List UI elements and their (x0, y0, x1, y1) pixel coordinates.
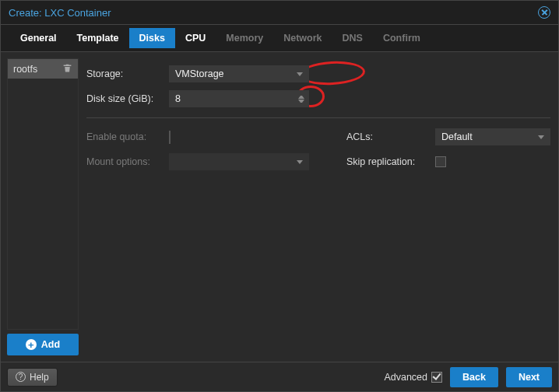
divider (86, 117, 550, 118)
advanced-label: Advanced (384, 372, 427, 383)
back-button[interactable]: Back (450, 367, 498, 387)
skip-replication-checkbox[interactable] (435, 156, 446, 167)
chevron-down-icon (297, 72, 303, 76)
tab-dns: DNS (332, 28, 373, 48)
next-button[interactable]: Next (506, 367, 552, 387)
enable-quota-label: Enable quota: (86, 131, 161, 142)
acls-value: Default (441, 131, 473, 142)
plus-icon: + (26, 339, 37, 350)
disk-list: rootfs (7, 58, 79, 330)
acls-select[interactable]: Default (435, 128, 550, 145)
acls-label: ACLs: (346, 131, 427, 142)
tab-cpu[interactable]: CPU (175, 28, 216, 48)
skip-replication-label: Skip replication: (346, 156, 427, 167)
add-button[interactable]: + Add (7, 334, 79, 355)
tabbar: General Template Disks CPU Memory Networ… (0, 25, 559, 51)
tab-general[interactable]: General (10, 28, 67, 48)
disk-size-value: 8 (175, 93, 181, 104)
disk-item-label: rootfs (13, 64, 37, 75)
tab-template[interactable]: Template (67, 28, 129, 48)
spinner-icon (298, 96, 304, 103)
help-label: Help (30, 372, 49, 383)
storage-label: Storage: (86, 68, 161, 79)
chevron-down-icon (297, 160, 303, 164)
mount-options-label: Mount options: (86, 156, 161, 167)
tab-network: Network (273, 28, 332, 48)
advanced-checkbox[interactable] (431, 372, 442, 383)
storage-select[interactable]: VMStorage (169, 65, 309, 82)
tab-confirm: Confirm (373, 28, 431, 48)
enable-quota-checkbox (169, 131, 171, 144)
window-title: Create: LXC Container (9, 7, 111, 19)
next-label: Next (519, 372, 540, 383)
footer: ? Help Advanced Back Next (0, 362, 559, 392)
disk-size-label: Disk size (GiB): (86, 93, 161, 104)
tab-memory: Memory (216, 28, 273, 48)
back-label: Back (462, 372, 486, 383)
advanced-toggle[interactable]: Advanced (384, 372, 442, 383)
storage-value: VMStorage (175, 68, 224, 79)
chevron-down-icon (538, 135, 544, 139)
disk-form: Storage: VMStorage Disk size (GiB): 8 En… (85, 58, 552, 355)
add-button-label: Add (41, 339, 60, 350)
disk-sidebar: rootfs + Add (7, 58, 79, 355)
disk-item-rootfs[interactable]: rootfs (8, 59, 78, 79)
disk-size-stepper[interactable]: 8 (169, 90, 309, 107)
trash-icon[interactable] (62, 63, 72, 75)
close-icon[interactable] (538, 6, 550, 19)
help-button[interactable]: ? Help (7, 368, 58, 387)
tab-disks[interactable]: Disks (129, 28, 175, 48)
body: rootfs + Add Storage: VMStorage (0, 51, 559, 362)
mount-options-select (169, 153, 309, 170)
titlebar: Create: LXC Container (0, 0, 559, 25)
help-icon: ? (16, 372, 26, 382)
